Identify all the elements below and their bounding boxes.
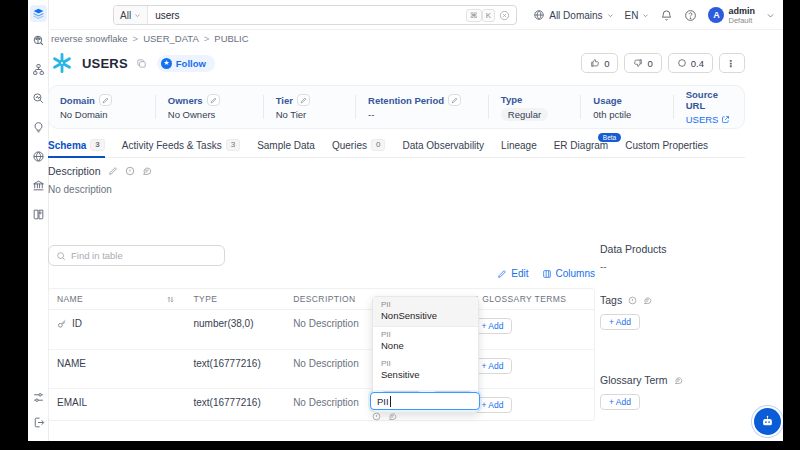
edit-description-icon[interactable] [108, 166, 118, 176]
data-products-empty: -- [600, 261, 667, 272]
request-description-icon[interactable] [125, 166, 135, 176]
settings-icon[interactable] [32, 391, 45, 404]
type-value: Regular [501, 108, 548, 121]
tab-count-badge: 0 [371, 139, 385, 151]
retention-label: Retention Period [368, 95, 444, 106]
add-glossary-term-button[interactable]: + Add [600, 394, 640, 410]
observability-icon[interactable] [32, 92, 45, 105]
edit-domain-icon[interactable] [99, 94, 112, 106]
assistant-bot-button[interactable] [754, 408, 781, 435]
chevron-down-icon [134, 12, 141, 19]
table-actions: Edit Columns [522, 268, 595, 279]
find-in-table-input[interactable] [71, 250, 217, 261]
tag-cell-actions [372, 412, 397, 421]
type-label: Type [501, 94, 522, 105]
tag-option-sensitive[interactable]: PII Sensitive [373, 356, 478, 385]
tag-input-value: PII [377, 396, 389, 407]
column-glossary-cell: + Add [464, 318, 594, 334]
global-search: All ⌘ K [113, 5, 517, 25]
tier-label: Tier [276, 95, 293, 106]
columns-icon [542, 269, 552, 279]
column-name-cell[interactable]: ID [49, 318, 185, 329]
edit-retention-icon[interactable] [448, 94, 461, 106]
insights-icon[interactable] [32, 121, 45, 134]
logout-icon[interactable] [32, 416, 45, 429]
breadcrumb-schema[interactable]: PUBLIC [214, 33, 248, 44]
columns-button[interactable]: Columns [542, 268, 595, 279]
tag-option-nonsensitive[interactable]: PII NonSensitive [373, 297, 478, 327]
request-tags-icon[interactable] [372, 412, 381, 421]
domain-label: Domain [60, 95, 95, 106]
tags-comments-icon[interactable] [388, 412, 397, 421]
services-icon[interactable] [32, 63, 45, 76]
request-tags-icon[interactable] [628, 296, 637, 305]
follow-button[interactable]: ★ Follow [157, 55, 215, 72]
globe-icon [533, 9, 545, 21]
tags-section: Tags + Add [600, 294, 652, 330]
owners-value: No Owners [168, 109, 245, 120]
search-scope-select[interactable]: All [114, 6, 148, 24]
breadcrumb-database[interactable]: USER_DATA [143, 33, 199, 44]
tags-title: Tags [600, 294, 622, 306]
table-row: ID number(38,0) No Description + Add [49, 310, 594, 350]
description-comments-icon[interactable] [142, 166, 152, 176]
tag-option-label: None [381, 340, 470, 352]
search-input[interactable] [148, 10, 466, 21]
header-glossary-terms: ▽GLOSSARY TERMS [464, 294, 594, 304]
explore-icon[interactable] [32, 34, 45, 47]
tab-schema[interactable]: Schema3 [48, 139, 105, 157]
k-key-hint: K [482, 9, 495, 22]
tag-option-label: Sensitive [381, 369, 470, 381]
add-tags-button[interactable]: + Add [600, 314, 640, 330]
header-description: DESCRIPTION [285, 294, 370, 304]
glossary-comments-icon[interactable] [674, 376, 683, 385]
data-products-section: Data Products -- [600, 243, 667, 272]
thumbs-up-icon [590, 58, 600, 68]
column-glossary-cell: + Add [464, 397, 594, 413]
column-name-cell[interactable]: NAME [49, 358, 185, 369]
tab-queries[interactable]: Queries0 [332, 139, 385, 157]
description-label: Description [48, 165, 101, 177]
chevron-down-icon[interactable] [766, 11, 775, 20]
primary-key-icon [57, 319, 67, 329]
pencil-icon [497, 269, 507, 279]
text-cursor [390, 396, 391, 407]
sort-icon[interactable] [166, 295, 175, 304]
domains-icon[interactable] [32, 150, 45, 163]
edit-owners-icon[interactable] [207, 94, 220, 106]
tab-sample-data[interactable]: Sample Data [257, 140, 315, 157]
bot-icon [760, 414, 775, 429]
tags-comments-icon[interactable] [643, 296, 652, 305]
column-type-cell: text(16777216) [185, 358, 285, 369]
tab-activity-feeds[interactable]: Activity Feeds & Tasks3 [122, 139, 240, 157]
domains-label: All Domains [549, 10, 602, 21]
breadcrumb-separator: > [204, 33, 210, 44]
column-type-cell: text(16777216) [185, 397, 285, 408]
owners-label: Owners [168, 95, 203, 106]
tab-lineage[interactable]: Lineage [501, 140, 537, 157]
copy-icon[interactable] [136, 58, 147, 69]
column-name-cell[interactable]: EMAIL [49, 397, 185, 408]
tag-search-input[interactable]: PII [370, 392, 480, 410]
left-sidebar [28, 0, 49, 441]
column-type-cell: number(38,0) [185, 318, 285, 329]
govern-icon[interactable] [32, 179, 45, 192]
glossary-term-title: Glossary Term [600, 374, 668, 386]
domain-value: No Domain [60, 109, 137, 120]
app-logo[interactable] [30, 5, 47, 22]
search-clear-icon[interactable] [499, 10, 510, 21]
edit-table-button[interactable]: Edit [497, 268, 528, 279]
tag-option-group: PII [381, 330, 470, 340]
glossary-icon[interactable] [32, 208, 45, 221]
table-row: EMAIL text(16777216) No Description + Ad… [49, 389, 594, 421]
tab-data-observability[interactable]: Data Observability [402, 140, 484, 157]
breadcrumb-separator: > [133, 33, 139, 44]
tab-count-badge: 3 [90, 139, 104, 151]
right-panel: Data Products -- Tags + Add Glossary Ter… [600, 0, 750, 441]
tag-option-none[interactable]: PII None [373, 327, 478, 356]
cmd-key-hint: ⌘ [466, 9, 482, 22]
data-products-title: Data Products [600, 243, 667, 255]
column-description-cell: No Description [285, 397, 370, 408]
breadcrumb-service[interactable]: reverse snowflake [51, 33, 128, 44]
edit-tier-icon[interactable] [297, 94, 310, 106]
